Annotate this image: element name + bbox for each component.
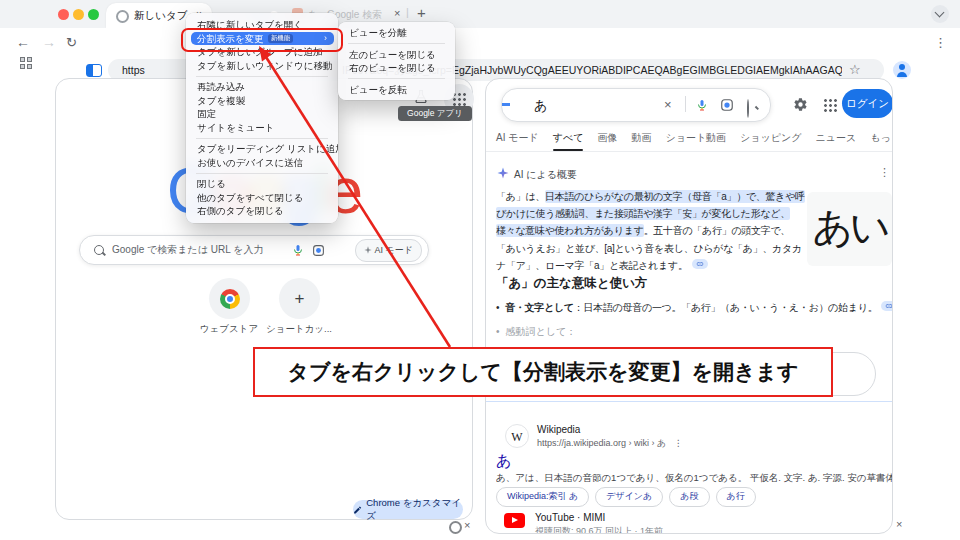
tab-divider: | [406,6,409,18]
pane-close-icon[interactable]: × [464,519,470,531]
submenu-item-separate-views[interactable]: ビューを分離 [338,26,455,40]
ai-text: ナ「ア」、ローマ字「a」と表記されます。 [496,260,688,271]
browser-window: 新しいタブ × あ - Google 検索 × | + ← → ↻ https … [0,0,960,540]
tab-strip: 新しいタブ × あ - Google 検索 × | + [0,0,960,28]
result-site-name[interactable]: YouTube · MIMI [535,512,605,523]
gear-icon[interactable] [793,97,808,112]
traffic-light-close[interactable] [58,9,69,20]
ai-mode-chip[interactable]: AI モード [355,239,422,262]
bookmark-star-icon[interactable]: ☆ [849,62,861,77]
search-submit-icon[interactable] [747,99,749,118]
tab-all[interactable]: すべて [553,131,584,145]
back-button[interactable]: ← [16,34,30,50]
tab-videos[interactable]: 動画 [631,131,651,145]
chip[interactable]: あ行 [716,487,756,507]
ai-text-highlight: びかけに使う感動詞、また接頭語や漢字「安」が変化した形など、 [496,207,790,220]
split-view-icon-fill [87,65,93,76]
menu-separator [348,43,445,44]
customize-chrome-button[interactable]: Chrome をカスタマイズ [353,500,463,519]
tabs-divider [486,151,893,152]
menu-separator [196,138,328,139]
result-url[interactable]: https://ja.wikipedia.org › wiki › あ ⋮ [537,437,683,450]
menu-item-add-reading-list[interactable]: タブをリーディング リストに追加 [186,142,338,156]
menu-separator [348,78,445,79]
ai-overview-text: 「あ」は、日本語のひらがなの最初の文字（母音「a」）で、驚きや呼 びかけに使う感… [496,188,805,274]
reload-button[interactable]: ↻ [66,35,77,50]
lens-icon[interactable] [720,98,734,112]
ai-text: 「あいうえお」と並び、[a]という音を表し、ひらがな「あ」、カタカ [496,243,802,254]
search-query[interactable]: あ [534,97,547,115]
tab-close-icon[interactable]: × [394,7,400,19]
forward-button[interactable]: → [42,34,56,50]
url-scheme: https [122,64,145,76]
submenu-item-swap-views[interactable]: ビューを反転 [338,83,455,97]
menu-item-move-to-window[interactable]: タブを新しいウィンドウに移動 [186,59,338,73]
citation-link-chip[interactable] [881,301,893,311]
result-chips: Wikipedia:索引 あ デザインあ あ段 あ行 [496,487,756,507]
ai-overview-menu-icon[interactable]: ⋮ [879,166,890,179]
lens-icon[interactable] [312,244,325,257]
tab-more[interactable]: もっと見る ▾ [870,131,893,145]
ai-bullet-faded: 感動詞として： [496,325,576,339]
mic-icon[interactable] [696,97,708,113]
menu-item-mute-site[interactable]: サイトをミュート [186,121,338,135]
login-button[interactable]: ログイン [842,89,893,118]
result-meta: 視聴回数: 90.6万 回以上 · 1年前 [535,525,663,534]
new-tab-button[interactable]: + [417,4,426,21]
mic-icon[interactable] [292,242,304,258]
result-menu-icon[interactable]: ⋮ [674,438,683,448]
search-placeholder: Google で検索または URL を入力 [112,243,263,257]
menu-item-reload[interactable]: 再読み込み [186,80,338,94]
ai-mode-label: AI モード [375,244,413,257]
shortcut-web-store[interactable] [209,278,250,319]
submenu-item-close-left-view[interactable]: 左のビューを閉じる [338,48,455,62]
clear-query-icon[interactable]: × [664,97,672,112]
result-title-link[interactable]: あ [496,452,511,471]
pane-close-icon[interactable]: × [896,518,902,530]
menu-item-close-others[interactable]: 他のタブをすべて閉じる [186,191,338,205]
pencil-icon [353,505,362,515]
tab-images[interactable]: 画像 [597,131,617,145]
menu-item-duplicate[interactable]: タブを複製 [186,94,338,108]
google-apps-icon[interactable] [823,98,837,112]
profile-avatar[interactable] [893,61,911,79]
traffic-light-zoom[interactable] [88,9,99,20]
tab-organize-grid-icon[interactable] [20,57,34,71]
bullet-text: ：日本語の母音の一つ。「あ行」（あ・い・う・え・お）の始まり。 [574,302,878,313]
results-search-box[interactable]: あ × [501,88,771,122]
ai-overview-label: AI による概要 [514,168,577,182]
result-snippet: あ、アは、日本語の音節の1つであり、仮名の1つである。 平仮名. 文字. あ. … [496,472,892,485]
ai-overview-image[interactable]: あい [807,192,892,266]
traffic-light-minimize[interactable] [73,9,84,20]
result-tabs: AI モード すべて 画像 動画 ショート動画 ショッピング ニュース もっと見… [496,127,892,149]
wikipedia-favicon: W [505,424,529,448]
web-store-icon [220,289,240,309]
pane-favicon-icon[interactable] [449,521,462,534]
ai-bullet: 音・文字として：日本語の母音の一つ。「あ行」（あ・い・う・え・お）の始まり。 [496,301,893,315]
shortcut-add[interactable]: + [279,278,320,319]
split-view-icon[interactable] [86,64,102,77]
submenu-item-close-right-view[interactable]: 右のビューを閉じる [338,61,455,75]
menu-item-pin[interactable]: 固定 [186,107,338,121]
chip[interactable]: Wikipedia:索引 あ [496,487,589,507]
chip[interactable]: デザインあ [595,487,663,507]
link-icon [696,260,704,268]
google-apps-tooltip: Google アプリ [398,106,472,121]
menu-item-close-right[interactable]: 右側のタブを閉じる [186,204,338,218]
browser-menu-icon[interactable]: ⋮ [934,35,947,50]
tab-search-button[interactable] [931,5,949,23]
citation-link-chip[interactable] [692,259,708,269]
menu-item-close[interactable]: 閉じる [186,177,338,191]
tab-ai-mode[interactable]: AI モード [496,131,539,145]
menu-item-send-to-device[interactable]: お使いのデバイスに送信 [186,156,338,170]
tab-news[interactable]: ニュース [816,131,857,145]
ntp-search-box[interactable]: Google で検索または URL を入力 AI モード [79,235,429,265]
tab-shorts[interactable]: ショート動画 [665,131,726,145]
tab-shopping[interactable]: ショッピング [740,131,801,145]
chip[interactable]: あ段 [669,487,709,507]
search-box-divider [685,96,686,112]
grid-square [20,57,25,62]
result-site-name[interactable]: Wikipedia [537,424,580,435]
grid-square [27,64,32,69]
result-url-text: https://ja.wikipedia.org › wiki › あ [537,438,666,448]
